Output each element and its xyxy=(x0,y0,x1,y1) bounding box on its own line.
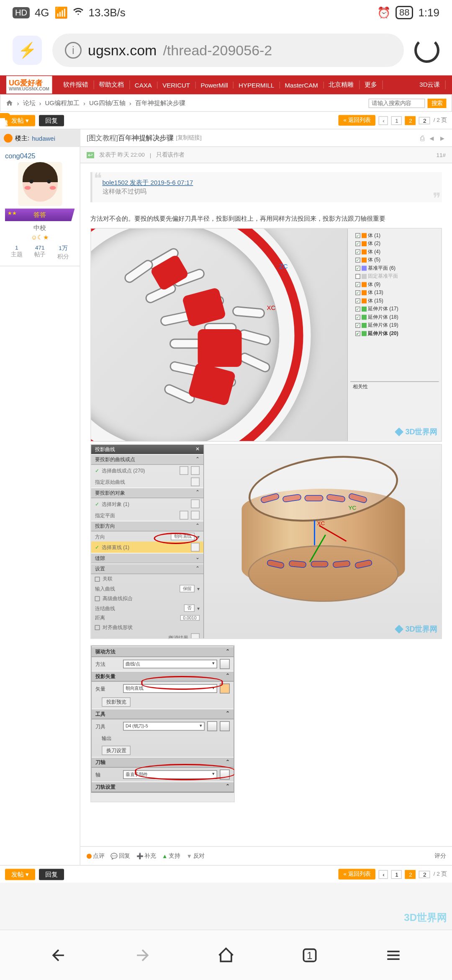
tabs-icon[interactable]: 1 xyxy=(299,945,320,966)
breadcrumb: › 论坛› UG编程加工› UG四轴/五轴› 百年神提解决步骤 搜索 xyxy=(0,94,452,112)
username[interactable]: cong0425 xyxy=(5,152,75,160)
quote-open-icon: ❝ xyxy=(94,170,102,187)
crumb-current: 百年神提解决步骤 xyxy=(135,99,185,108)
avatar[interactable] xyxy=(18,162,62,206)
site-header: UG爱好者 WWW.UGSNX.COM 软件报错 帮助文档 CAXA VERIC… xyxy=(0,75,452,94)
battery-icon: 88 xyxy=(396,6,413,19)
support-link[interactable]: ▲支持 xyxy=(162,852,180,860)
menu-icon[interactable] xyxy=(383,945,404,966)
xc-label: XC xyxy=(267,304,276,311)
quote-source[interactable]: bole1502 发表于 2019-5-6 07:17 xyxy=(103,178,432,187)
page-input[interactable] xyxy=(419,870,430,878)
prev-icon[interactable]: ◄ xyxy=(428,134,435,142)
browser-nav-bar: 1 xyxy=(0,930,452,980)
url-path: /thread-209056-2 xyxy=(163,42,272,59)
service-tab[interactable]: 在线客服 xyxy=(0,113,10,118)
home-icon[interactable] xyxy=(216,945,236,966)
network-type: 4G xyxy=(35,6,49,19)
bottom-action-bar: 发帖 ▾ 回复 « 返回列表 ‹ 1 2 / 2 页 xyxy=(0,865,452,883)
site-info-icon[interactable]: i xyxy=(65,42,82,59)
thread-tag: [图文教程] xyxy=(87,133,118,143)
screenshot-3: 驱动方法⌃ 方法曲线/点▾ 投影矢量⌃ 矢量朝向直线▾ 投影预览 工具⌃ 刀具D… xyxy=(90,645,235,802)
url-input[interactable]: i ugsnx.com/thread-209056-2 xyxy=(52,34,404,67)
page-2[interactable]: 2 xyxy=(405,870,416,879)
zc-label: ZC xyxy=(280,263,288,270)
new-post-button[interactable]: 发帖 ▾ xyxy=(5,869,35,880)
reply-text: 方法对不会的。要投的线要先偏好刀具半径，投影到圆柱上，再用同样方法投回来，投影方… xyxy=(80,211,452,226)
reply-button[interactable]: 回复 xyxy=(39,115,64,126)
print-icon[interactable]: ⎙ xyxy=(420,134,425,142)
comment-button[interactable]: 点评 xyxy=(87,852,104,860)
nav-item[interactable]: 北京精雕 xyxy=(324,80,360,89)
owner-name[interactable]: hudawei xyxy=(32,135,55,142)
next-icon[interactable]: ► xyxy=(439,134,446,142)
project-curve-dialog: 投影曲线✕ 要投影的曲线或点⌃ ✓选择曲线或点 (270) 指定原始曲线 要投影… xyxy=(91,445,204,638)
feature-tree[interactable]: ✓体 (1) ✓体 (2) ✓体 (4) ✓体 (5) ✓基准平面 (6) 固定… xyxy=(347,229,442,441)
action-bar: 发帖 ▾ 回复 « 返回列表 ‹ 1 2 / 2 页 xyxy=(0,112,452,129)
screenshot-1: ZC XC ✓体 (1) ✓体 (2) ✓体 (4) ✓体 (5) ✓基准平面 … xyxy=(90,228,442,442)
xc-axis-label: XC xyxy=(317,520,325,526)
only-author[interactable]: 只看该作者 xyxy=(156,151,185,159)
back-list-button[interactable]: « 返回列表 xyxy=(338,115,375,126)
app-icon[interactable]: ⚡ xyxy=(13,36,42,65)
nav-item[interactable]: 更多 xyxy=(360,80,383,89)
main-area: 楼主: hudawei cong0425 答答 中校 ☺☾★ 1主题 471帖子… xyxy=(0,129,452,865)
oppose-link[interactable]: ▼反对 xyxy=(186,852,204,860)
nav-item[interactable]: PowerMill xyxy=(196,81,234,88)
thread-title: 百年神提解决步骤 xyxy=(118,133,173,143)
add-link[interactable]: ➕补充 xyxy=(136,852,156,860)
post-meta: ↩ 发表于 昨天 22:00 | 只看该作者 11# xyxy=(80,147,452,163)
nav-item[interactable]: MasterCAM xyxy=(280,81,324,88)
crumb-link[interactable]: UG四轴/五轴 xyxy=(89,99,126,108)
home-icon[interactable] xyxy=(6,99,13,107)
search-button[interactable]: 搜索 xyxy=(428,98,447,108)
score-link[interactable]: 评分 xyxy=(434,852,446,860)
forward-icon[interactable] xyxy=(132,945,153,966)
nav-item[interactable]: CAXA xyxy=(130,81,157,88)
browser-url-bar: ⚡ i ugsnx.com/thread-209056-2 xyxy=(0,25,452,75)
crumb-link[interactable]: 论坛 xyxy=(23,99,36,108)
yc-axis-label: YC xyxy=(349,505,357,511)
nav-item[interactable]: 帮助文档 xyxy=(94,80,130,89)
quote-text: 这样做不过切吗 xyxy=(103,187,432,196)
highlight-circle xyxy=(141,676,223,690)
nav-item[interactable]: VERICUT xyxy=(157,81,195,88)
page-1[interactable]: 1 xyxy=(391,116,402,125)
nav-item[interactable]: HYPERMILL xyxy=(234,81,280,88)
reply-button[interactable]: 回复 xyxy=(39,869,64,880)
back-icon[interactable] xyxy=(48,945,69,966)
floor-number[interactable]: 11# xyxy=(436,152,446,158)
page-watermark: 3D世界网 xyxy=(404,912,447,925)
user-badges: ☺☾★ xyxy=(5,234,75,241)
wifi-icon xyxy=(73,6,84,20)
page-2[interactable]: 2 xyxy=(405,116,416,125)
user-title: 中校 xyxy=(5,224,75,232)
back-list-button[interactable]: « 返回列表 xyxy=(338,869,375,880)
highlight-circle xyxy=(135,764,235,780)
page-total: / 2 页 xyxy=(434,116,447,125)
owner-avatar-icon xyxy=(4,134,13,143)
hd-badge: HD xyxy=(13,7,30,18)
rank-badge: 答答 xyxy=(5,209,75,221)
loading-spinner[interactable] xyxy=(414,38,439,63)
site-logo[interactable]: UG爱好者 WWW.UGSNX.COM xyxy=(6,76,52,94)
page-total: / 2 页 xyxy=(434,870,447,879)
reply-icon: ↩ xyxy=(87,152,94,158)
nav-item[interactable]: 3D云课 xyxy=(414,80,446,89)
watermark: 3D世界网 xyxy=(395,624,438,635)
copy-link[interactable]: [复制链接] xyxy=(176,134,202,142)
page-1[interactable]: 1 xyxy=(391,870,402,879)
search-input[interactable] xyxy=(369,98,425,108)
user-card: cong0425 答答 中校 ☺☾★ 1主题 471帖子 1万积分 xyxy=(0,147,80,266)
reply-link[interactable]: 💬回复 xyxy=(110,852,130,860)
page-prev[interactable]: ‹ xyxy=(379,870,388,879)
page-input[interactable] xyxy=(419,116,430,124)
nav-item[interactable]: 软件报错 xyxy=(58,80,94,89)
crumb-link[interactable]: UG编程加工 xyxy=(45,99,80,108)
user-stats: 1主题 471帖子 1万积分 xyxy=(5,245,75,261)
thread-header: [图文教程] 百年神提解决步骤 [复制链接] ⎙ ◄ ► xyxy=(80,129,452,147)
page-prev[interactable]: ‹ xyxy=(379,116,388,125)
tree-relation: 相关性 xyxy=(350,382,439,392)
post-footer: 点评 💬回复 ➕补充 ▲支持 ▼反对 评分 xyxy=(80,846,452,865)
close-icon[interactable]: ✕ xyxy=(195,446,200,453)
